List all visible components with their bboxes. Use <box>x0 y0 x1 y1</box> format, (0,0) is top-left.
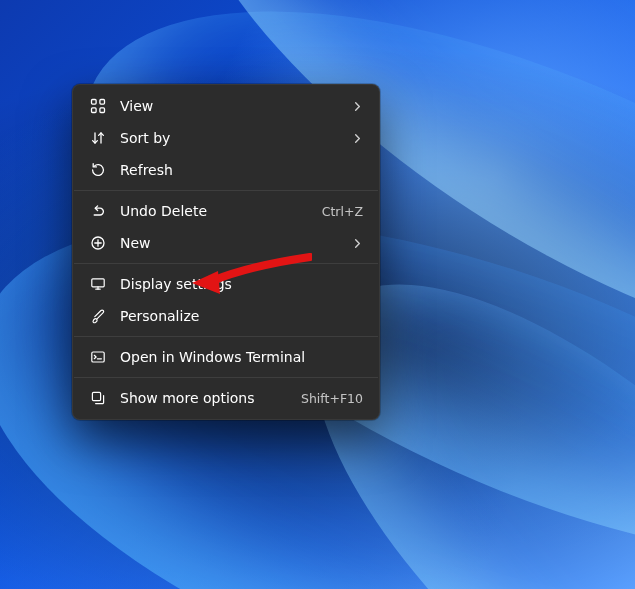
menu-item-label: Show more options <box>120 391 291 405</box>
menu-separator <box>74 336 378 337</box>
menu-item-shortcut: Shift+F10 <box>301 391 363 406</box>
menu-item-display-settings[interactable]: Display settings <box>77 268 375 300</box>
desktop-context-menu: View Sort by Re <box>72 84 380 420</box>
terminal-icon <box>89 348 107 366</box>
menu-item-label: Display settings <box>120 277 363 291</box>
svg-rect-3 <box>100 108 105 113</box>
undo-icon <box>89 202 107 220</box>
menu-item-label: Sort by <box>120 131 342 145</box>
menu-item-sort-by[interactable]: Sort by <box>77 122 375 154</box>
menu-item-refresh[interactable]: Refresh <box>77 154 375 186</box>
menu-item-new[interactable]: New <box>77 227 375 259</box>
menu-separator <box>74 190 378 191</box>
menu-item-label: Personalize <box>120 309 363 323</box>
svg-rect-14 <box>92 392 100 400</box>
menu-item-show-more-options[interactable]: Show more options Shift+F10 <box>77 382 375 414</box>
chevron-right-icon <box>352 101 363 112</box>
menu-item-label: Undo Delete <box>120 204 312 218</box>
menu-item-label: View <box>120 99 342 113</box>
menu-separator <box>74 377 378 378</box>
menu-item-open-terminal[interactable]: Open in Windows Terminal <box>77 341 375 373</box>
personalize-brush-icon <box>89 307 107 325</box>
svg-rect-1 <box>100 100 105 105</box>
desktop-wallpaper[interactable]: View Sort by Re <box>0 0 635 589</box>
sort-icon <box>89 129 107 147</box>
chevron-right-icon <box>352 238 363 249</box>
new-plus-icon <box>89 234 107 252</box>
svg-rect-9 <box>92 279 104 287</box>
display-settings-icon <box>89 275 107 293</box>
refresh-icon <box>89 161 107 179</box>
svg-rect-0 <box>92 100 97 105</box>
menu-item-label: New <box>120 236 342 250</box>
view-grid-icon <box>89 97 107 115</box>
menu-item-view[interactable]: View <box>77 90 375 122</box>
menu-item-shortcut: Ctrl+Z <box>322 204 363 219</box>
menu-separator <box>74 263 378 264</box>
chevron-right-icon <box>352 133 363 144</box>
menu-item-label: Refresh <box>120 163 363 177</box>
menu-item-label: Open in Windows Terminal <box>120 350 363 364</box>
show-more-options-icon <box>89 389 107 407</box>
menu-item-personalize[interactable]: Personalize <box>77 300 375 332</box>
svg-rect-12 <box>92 352 104 362</box>
menu-item-undo-delete[interactable]: Undo Delete Ctrl+Z <box>77 195 375 227</box>
svg-rect-2 <box>92 108 97 113</box>
